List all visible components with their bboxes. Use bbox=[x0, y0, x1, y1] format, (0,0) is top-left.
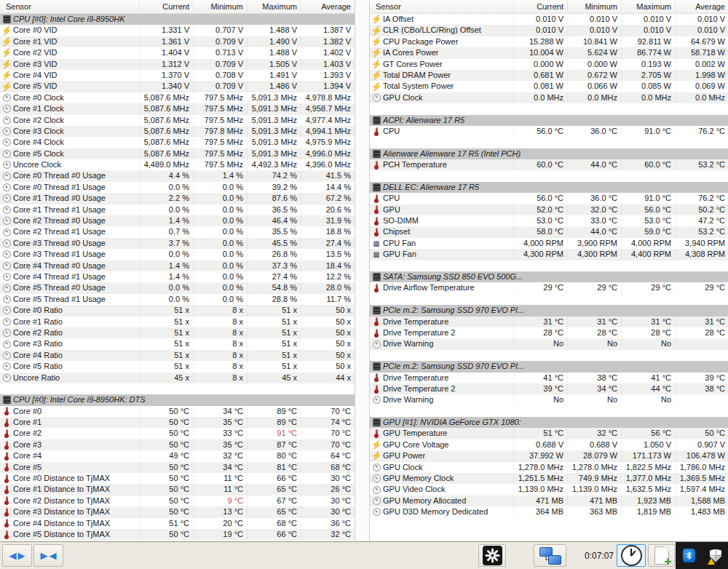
sensor-row[interactable]: Core #1 Ratio51 x8 x51 x50 x bbox=[0, 317, 355, 327]
sensor-row[interactable]: Drive Temperature31 °C31 °C31 °C31 °C bbox=[370, 317, 728, 327]
sensor-row[interactable]: Drive WarningNoNoNo bbox=[370, 338, 728, 349]
sensor-section-row[interactable]: ACPI: Alienware 17 R5 bbox=[370, 115, 728, 126]
collapse-columns-button[interactable] bbox=[33, 544, 63, 567]
sensor-row[interactable]: CPU Package Power15.288 W10.841 W92.811 … bbox=[370, 36, 728, 47]
sensor-row[interactable]: Core #1 Thread #1 Usage0.0 %0.0 %36.5 %2… bbox=[0, 204, 355, 215]
sensor-row[interactable]: Core #5 Ratio51 x8 x51 x50 x bbox=[0, 361, 355, 372]
sensor-row[interactable]: Core #2 Clock5,087.6 MHz797.5 MHz5,091.3… bbox=[0, 115, 355, 126]
column-header-minimum[interactable]: Minimum bbox=[567, 0, 621, 13]
sensor-row[interactable]: Core #4 Thread #0 Usage1.4 %0.0 %37.3 %1… bbox=[0, 260, 355, 271]
sensor-row[interactable]: Core #4 Ratio51 x8 x51 x50 x bbox=[0, 350, 355, 361]
sensor-row[interactable]: Core #5 VID1.340 V0.709 V1.486 V1.394 V bbox=[0, 81, 355, 92]
sensor-row[interactable]: Core #0 VID1.331 V0.707 V1.488 V1.387 V bbox=[0, 25, 355, 36]
expand-columns-button[interactable] bbox=[2, 544, 32, 567]
column-header-sensor[interactable]: Sensor bbox=[370, 0, 513, 13]
sensor-row[interactable]: Core #2 Thread #0 Usage1.4 %0.0 %46.4 %3… bbox=[0, 215, 355, 226]
sensor-row[interactable]: GPU Clock0.0 MHz0.0 MHz0.0 MHz0.0 MHz bbox=[370, 92, 728, 103]
sensor-row[interactable]: Core #3 Ratio51 x8 x51 x50 x bbox=[0, 338, 355, 349]
column-header-average[interactable]: Average bbox=[301, 0, 355, 13]
sensor-row[interactable]: IA Cores Power10.004 W5.624 W86.774 W58.… bbox=[370, 47, 728, 58]
sensor-row[interactable]: Core #250 °C33 °C91 °C70 °C bbox=[0, 428, 355, 439]
pane-splitter[interactable] bbox=[355, 0, 369, 542]
sensor-row[interactable]: Total DRAM Power0.681 W0.672 W2.705 W1.9… bbox=[370, 70, 728, 81]
sensor-row[interactable]: Core #2 VID1.404 V0.713 V1.488 V1.402 V bbox=[0, 47, 355, 58]
report-logging-button[interactable] bbox=[648, 544, 675, 567]
sensor-row[interactable]: Core #5 Thread #0 Usage0.0 %0.0 %54.8 %2… bbox=[0, 282, 355, 293]
sensor-row[interactable]: PCH Temperature60.0 °C44.0 °C60.0 °C53.2… bbox=[370, 159, 728, 170]
sensor-row[interactable]: CPU56.0 °C36.0 °C91.0 °C76.2 °C bbox=[370, 193, 728, 204]
sensor-row[interactable]: Drive WarningNoNoNo bbox=[370, 394, 728, 405]
sensor-row[interactable]: Drive Temperature41 °C38 °C41 °C39 °C bbox=[370, 373, 728, 383]
sensor-row[interactable]: Core #3 Thread #1 Usage0.0 %0.0 %26.8 %1… bbox=[0, 249, 355, 260]
column-header-sensor[interactable]: Sensor bbox=[0, 0, 139, 13]
sensor-row[interactable]: GPU Memory Clock1,251.5 MHz749.9 MHz1,37… bbox=[370, 473, 728, 484]
sensor-row[interactable]: GPU Temperature51 °C32 °C56 °C50 °C bbox=[370, 428, 728, 439]
sensor-row[interactable]: GPU Clock1,278.0 MHz1,278.0 MHz1,822.5 M… bbox=[370, 462, 728, 473]
column-header-minimum[interactable]: Minimum bbox=[193, 0, 247, 13]
sensor-row[interactable]: Core #5 Distance to TjMAX50 °C19 °C66 °C… bbox=[0, 529, 355, 540]
sensor-row[interactable]: Core #2 Thread #1 Usage0.7 %0.0 %35.5 %1… bbox=[0, 226, 355, 237]
sensor-row[interactable]: GPU52.0 °C32.0 °C56.0 °C50.2 °C bbox=[370, 204, 728, 215]
sensor-row[interactable]: Core #5 Thread #1 Usage0.0 %0.0 %28.8 %1… bbox=[0, 294, 355, 305]
sensor-row[interactable]: Core #1 Clock5,087.6 MHz797.5 MHz5,091.3… bbox=[0, 103, 355, 114]
sensor-row[interactable]: Core #0 Distance to TjMAX50 °C11 °C66 °C… bbox=[0, 473, 355, 484]
sensor-row[interactable]: CPU56.0 °C36.0 °C91.0 °C76.2 °C bbox=[370, 126, 728, 137]
sensor-row[interactable]: Core #4 Distance to TjMAX51 °C20 °C68 °C… bbox=[0, 518, 355, 529]
sensor-section-row[interactable]: GPU [#1]: NVIDIA GeForce GTX 1080: bbox=[370, 417, 728, 428]
sensor-section-row[interactable]: PCIe m.2: Samsung SSD 970 EVO Pl... bbox=[370, 305, 728, 316]
sensor-row[interactable]: Core #150 °C35 °C89 °C74 °C bbox=[0, 417, 355, 428]
sensor-row[interactable]: Core #350 °C35 °C87 °C70 °C bbox=[0, 439, 355, 450]
sensor-row[interactable]: Core #2 Distance to TjMAX50 °C9 °C67 °C3… bbox=[0, 496, 355, 506]
sensor-row[interactable]: Drive Temperature 228 °C28 °C28 °C28 °C bbox=[370, 327, 728, 338]
sensor-section-row[interactable]: CPU [#0]: Intel Core i9-8950HK: DTS bbox=[0, 394, 355, 405]
sensor-row[interactable]: Uncore Ratio45 x8 x45 x44 x bbox=[0, 373, 355, 383]
column-header-current[interactable]: Current bbox=[139, 0, 193, 13]
sensor-row[interactable]: GPU Fan4,300 RPM4,300 RPM4,400 RPM4,308 … bbox=[370, 249, 728, 260]
sensor-row[interactable]: Core #3 VID1.312 V0.709 V1.505 V1.403 V bbox=[0, 59, 355, 70]
sensor-section-row[interactable]: PCIe m.2: Samsung SSD 970 EVO Pl... bbox=[370, 361, 728, 372]
sensor-row[interactable]: Core #5 Clock5,087.6 MHz797.5 MHz5,091.3… bbox=[0, 148, 355, 159]
sensor-row[interactable]: Core #1 Thread #0 Usage2.2 %0.0 %87.6 %6… bbox=[0, 193, 355, 204]
sensor-row[interactable]: GPU Memory Allocated471 MB471 MB1,923 MB… bbox=[370, 496, 728, 506]
fan-control-button[interactable] bbox=[478, 544, 506, 567]
remote-sensing-button[interactable] bbox=[534, 544, 566, 567]
sensor-row[interactable]: Core #0 Thread #1 Usage0.0 %0.0 %39.2 %1… bbox=[0, 182, 355, 193]
column-header-average[interactable]: Average bbox=[675, 0, 728, 13]
sensor-row[interactable]: Total System Power0.081 W0.066 W0.085 W0… bbox=[370, 81, 728, 92]
sensor-row[interactable]: Core #550 °C34 °C81 °C68 °C bbox=[0, 462, 355, 473]
sensor-row[interactable]: Core #4 Clock5,087.6 MHz797.5 MHz5,091.3… bbox=[0, 137, 355, 148]
sensor-row[interactable]: Core #0 Thread #0 Usage4.4 %1.4 %74.2 %4… bbox=[0, 170, 355, 181]
column-header-current[interactable]: Current bbox=[513, 0, 567, 13]
sensor-row[interactable]: SO-DIMM53.0 °C33.0 °C53.0 °C47.2 °C bbox=[370, 215, 728, 226]
column-header-maximum[interactable]: Maximum bbox=[247, 0, 301, 13]
sensor-section-row[interactable]: DELL EC: Alienware 17 R5 bbox=[370, 182, 728, 193]
column-header-maximum[interactable]: Maximum bbox=[621, 0, 675, 13]
bluetooth-tray-icon[interactable] bbox=[683, 549, 695, 562]
sensor-row[interactable]: Core #2 Ratio51 x8 x51 x50 x bbox=[0, 327, 355, 338]
sensor-section-row[interactable]: SATA: Samsung SSD 850 EVO 500G... bbox=[370, 271, 728, 282]
sensor-section-row[interactable]: Alienware Alienware 17 R5 (Intel PCH) bbox=[370, 148, 728, 159]
clock-toggle-button[interactable] bbox=[617, 544, 646, 567]
sensor-row[interactable]: GPU Power37.992 W28.079 W171.173 W106.47… bbox=[370, 450, 728, 461]
sensor-section-row[interactable]: CPU [#0]: Intel Core i9-8950HK bbox=[0, 14, 355, 25]
sensor-row[interactable]: Drive Airflow Temperature29 °C29 °C29 °C… bbox=[370, 282, 728, 293]
sensor-row[interactable]: Uncore Clock4,489.0 MHz797.5 MHz4,492.3 … bbox=[0, 159, 355, 170]
sensor-row[interactable]: CPU Fan4,000 RPM3,900 RPM4,000 RPM3,940 … bbox=[370, 238, 728, 249]
sensor-row[interactable]: Core #3 Distance to TjMAX50 °C13 °C65 °C… bbox=[0, 506, 355, 517]
sensor-row[interactable]: Core #3 Thread #0 Usage3.7 %0.0 %45.5 %2… bbox=[0, 238, 355, 249]
sensor-row[interactable]: Core #0 Ratio51 x8 x51 x50 x bbox=[0, 305, 355, 316]
sensor-row[interactable]: GPU D3D Memory Dedicated364 MB363 MB1,81… bbox=[370, 506, 728, 517]
sensor-row[interactable]: GPU Core Voltage0.688 V0.688 V1.050 V0.9… bbox=[370, 439, 728, 450]
sensor-row[interactable]: Core #4 VID1.370 V0.708 V1.491 V1.393 V bbox=[0, 70, 355, 81]
sensor-row[interactable]: Core #1 Distance to TjMAX50 °C11 °C65 °C… bbox=[0, 484, 355, 495]
sensor-row[interactable]: Drive Temperature 239 °C34 °C44 °C38 °C bbox=[370, 383, 728, 394]
sensor-row[interactable]: Core #449 °C32 °C80 °C64 °C bbox=[0, 450, 355, 461]
sensor-row[interactable]: Core #4 Thread #1 Usage1.4 %0.0 %27.4 %1… bbox=[0, 271, 355, 282]
sensor-row[interactable]: GPU Video Clock1,139.0 MHz1,139.0 MHz1,6… bbox=[370, 484, 728, 495]
sensor-row[interactable]: CLR (CBo/LLC/Ring) Offset0.010 V0.010 V0… bbox=[370, 25, 728, 36]
sensor-row[interactable]: Core #1 VID1.361 V0.709 V1.490 V1.382 V bbox=[0, 36, 355, 47]
sensor-row[interactable]: Chipset58.0 °C44.0 °C59.0 °C53.2 °C bbox=[370, 226, 728, 237]
sensor-row[interactable]: IA Offset0.010 V0.010 V0.010 V0.010 V bbox=[370, 14, 728, 25]
sensor-row[interactable]: GT Cores Power0.000 W0.000 W0.193 W0.002… bbox=[370, 59, 728, 70]
sensor-row[interactable]: Core #3 Clock5,087.6 MHz797.8 MHz5,091.3… bbox=[0, 126, 355, 137]
